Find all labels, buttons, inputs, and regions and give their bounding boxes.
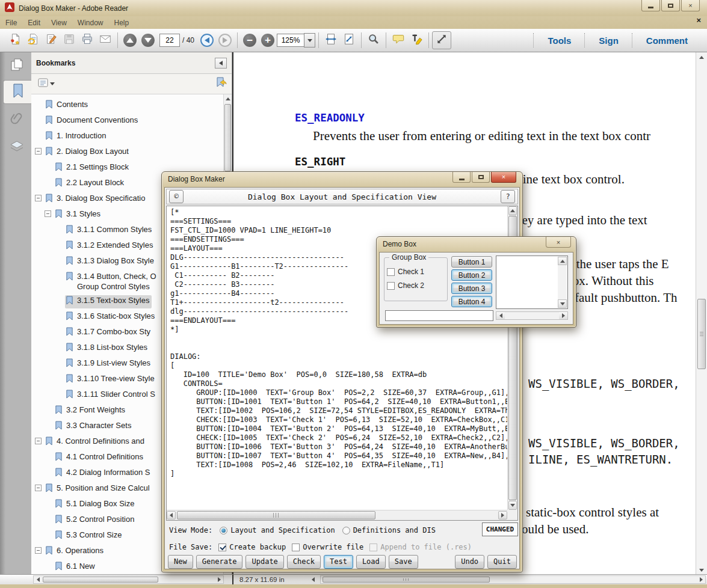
- dbm-action-button[interactable]: Save: [389, 555, 418, 569]
- next-page-button[interactable]: [139, 32, 157, 49]
- document-hscrollbar[interactable]: [320, 575, 706, 584]
- scroll-right-icon[interactable]: [697, 576, 705, 583]
- panel-link[interactable]: Sign: [585, 35, 632, 46]
- demo-checkbox[interactable]: Check 1: [387, 268, 424, 276]
- demo-checkbox[interactable]: Check 2: [387, 281, 424, 290]
- add-bookmark-button[interactable]: [215, 77, 227, 91]
- bookmarks-tab[interactable]: [3, 80, 32, 104]
- minimize-button[interactable]: [452, 172, 471, 183]
- bookmarks-hscrollbar[interactable]: [33, 575, 224, 584]
- scroll-up-icon[interactable]: [558, 257, 567, 265]
- panel-link[interactable]: Comment: [633, 35, 701, 46]
- scroll-down-icon[interactable]: [508, 501, 517, 510]
- view-mode-radio[interactable]: Definitions and DIS: [335, 526, 436, 534]
- layers-tab[interactable]: [4, 136, 30, 159]
- bookmark-item[interactable]: 2. Dialog Box Layout: [31, 144, 223, 159]
- scrollbar-thumb[interactable]: [697, 299, 706, 369]
- save-button[interactable]: [60, 32, 78, 49]
- view-mode-radio[interactable]: Layout and Specification: [212, 526, 335, 534]
- menu-item[interactable]: Edit: [22, 17, 46, 28]
- document-scrollbar[interactable]: [696, 52, 707, 575]
- demo-listbox[interactable]: [496, 256, 568, 309]
- highlight-text-button[interactable]: [407, 32, 425, 49]
- bookmark-expander-icon[interactable]: [35, 547, 42, 554]
- scroll-right-icon[interactable]: [215, 576, 223, 583]
- scroll-right-icon[interactable]: [559, 312, 567, 319]
- menu-item[interactable]: File: [0, 17, 22, 28]
- demo-button[interactable]: Button 2: [451, 269, 492, 281]
- demo-button[interactable]: Button 1: [451, 256, 492, 268]
- file-save-checkbox[interactable]: Append to file (.res): [363, 543, 472, 551]
- demo-button[interactable]: Button 3: [451, 283, 492, 294]
- bookmark-item[interactable]: Document Conventions: [31, 112, 223, 128]
- print-button[interactable]: [78, 32, 96, 49]
- maximize-button[interactable]: [661, 0, 680, 11]
- listbox-vscrollbar[interactable]: [558, 257, 567, 308]
- file-save-checkbox[interactable]: Overwrite file: [286, 543, 363, 551]
- demo-hscrollbar[interactable]: [496, 311, 568, 320]
- bookmark-item[interactable]: 1. Introduction: [31, 128, 223, 144]
- scrollbar-thumb[interactable]: [177, 511, 375, 519]
- scroll-up-icon[interactable]: [224, 94, 232, 103]
- editor-hscrollbar[interactable]: [167, 510, 507, 520]
- previous-view-button[interactable]: [198, 32, 216, 49]
- dbm-action-button[interactable]: Load: [356, 555, 386, 569]
- page-thumbnails-tab[interactable]: [4, 55, 30, 78]
- scroll-up-icon[interactable]: [696, 53, 707, 61]
- close-button[interactable]: ×: [681, 0, 700, 11]
- bookmark-expander-icon[interactable]: [45, 210, 51, 217]
- menu-item[interactable]: View: [46, 17, 72, 28]
- export-pdf-button[interactable]: [24, 32, 42, 49]
- app-titlebar[interactable]: Dialog Box Maker - Adobe Reader ×: [0, 0, 707, 16]
- dbm-action-button[interactable]: Quit: [487, 555, 517, 569]
- zoom-out-button[interactable]: −: [241, 32, 259, 49]
- menu-item[interactable]: Window: [72, 17, 109, 28]
- fit-page-button[interactable]: [340, 32, 358, 49]
- scroll-left-icon[interactable]: [496, 312, 505, 319]
- dbm-action-button[interactable]: Update: [245, 555, 283, 569]
- bookmark-expander-icon[interactable]: [35, 438, 42, 444]
- bookmark-item[interactable]: Contents: [31, 97, 223, 112]
- file-save-checkbox[interactable]: Create backup: [212, 543, 286, 551]
- scroll-left-icon[interactable]: [167, 511, 176, 519]
- zoom-in-button[interactable]: +: [259, 32, 277, 49]
- minimize-button[interactable]: [641, 0, 660, 11]
- scroll-left-icon[interactable]: [34, 576, 42, 583]
- scroll-up-icon[interactable]: [508, 206, 517, 215]
- scroll-down-icon[interactable]: [558, 299, 567, 308]
- bookmark-expander-icon[interactable]: [35, 148, 42, 155]
- scroll-down-icon[interactable]: [696, 566, 707, 574]
- dbm-action-button[interactable]: New: [168, 555, 193, 569]
- scrollbar-thumb[interactable]: [43, 577, 158, 583]
- zoom-level-value[interactable]: 125%: [277, 34, 304, 47]
- close-button[interactable]: ×: [546, 237, 571, 248]
- close-button[interactable]: ×: [491, 172, 516, 183]
- help-button[interactable]: ?: [501, 190, 515, 203]
- close-document-icon[interactable]: ×: [696, 16, 701, 25]
- scroll-right-icon[interactable]: [498, 511, 507, 519]
- previous-page-button[interactable]: [121, 32, 139, 49]
- zoom-dropdown-button[interactable]: [304, 33, 315, 47]
- menu-item[interactable]: Help: [109, 17, 135, 28]
- scrollbar-thumb[interactable]: [323, 577, 490, 583]
- dbm-action-button[interactable]: Generate: [196, 555, 243, 569]
- fill-sign-button[interactable]: [42, 32, 60, 49]
- email-button[interactable]: [96, 32, 114, 49]
- sticky-note-button[interactable]: [389, 32, 407, 49]
- about-button[interactable]: ©: [169, 190, 184, 203]
- demo-text-input[interactable]: [385, 310, 493, 321]
- create-pdf-button[interactable]: [6, 32, 24, 49]
- dbm-action-button[interactable]: Test: [324, 555, 353, 569]
- scroll-left-button[interactable]: [308, 576, 318, 583]
- bookmark-options-button[interactable]: [36, 77, 57, 91]
- page-number-input[interactable]: 22: [159, 34, 180, 47]
- panel-link[interactable]: Tools: [534, 35, 584, 46]
- scrollbar-thumb[interactable]: [224, 104, 231, 171]
- maximize-button[interactable]: [472, 172, 490, 183]
- marquee-zoom-button[interactable]: [365, 32, 383, 49]
- collapse-panel-button[interactable]: [215, 58, 227, 69]
- dbm-action-button[interactable]: Undo: [455, 555, 484, 569]
- reading-mode-button[interactable]: [432, 31, 451, 49]
- dbm-action-button[interactable]: Check: [287, 555, 321, 569]
- bookmark-expander-icon[interactable]: [35, 195, 42, 201]
